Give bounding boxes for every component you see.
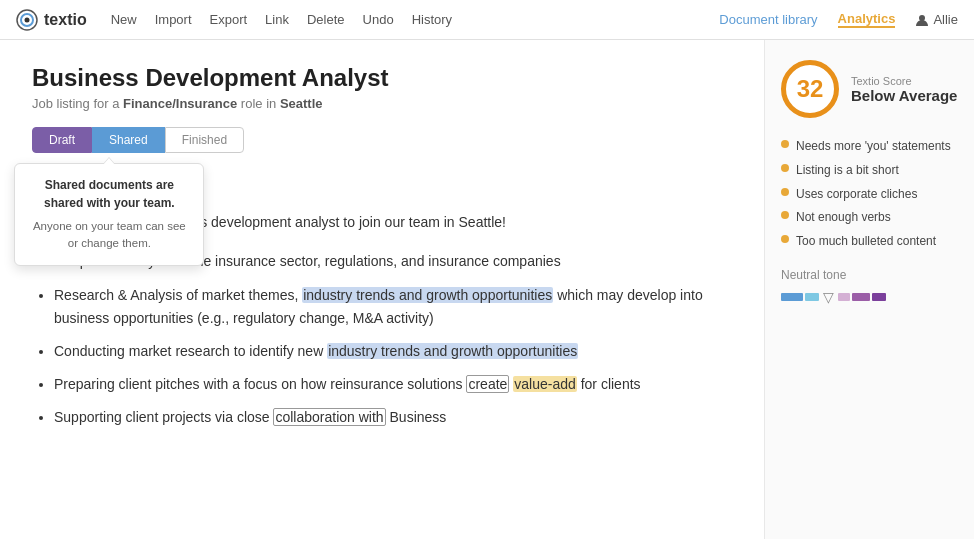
navbar: textio New Import Export Link Delete Und… [0, 0, 974, 40]
subtitle-prefix: Job listing [32, 96, 90, 111]
bullet-2: Research & Analysis of market themes, in… [54, 284, 732, 330]
issue-dot-2 [781, 164, 789, 172]
highlight-industry-1: industry trends and growth opportunities [302, 287, 553, 303]
highlight-industry-2: industry trends and growth opportunities [327, 343, 578, 359]
bullet-4: Preparing client pitches with a focus on… [54, 373, 732, 396]
issue-dot-1 [781, 140, 789, 148]
issue-text-1: Needs more 'you' statements [796, 138, 951, 155]
bullet-list: Deep-dive analysis of the insurance sect… [32, 250, 732, 429]
logo[interactable]: textio [16, 9, 87, 31]
subtitle-for: for a [93, 96, 123, 111]
user-name: Allie [933, 12, 958, 27]
issue-text-5: Too much bulleted content [796, 233, 936, 250]
issue-text-4: Not enough verbs [796, 209, 891, 226]
score-info: Textio Score Below Average [851, 75, 957, 104]
nav-delete[interactable]: Delete [307, 12, 345, 27]
user-icon [915, 13, 929, 27]
tone-seg-5 [872, 293, 886, 301]
issue-3: Uses corporate cliches [781, 186, 958, 203]
stage-tabs: Draft Shared Shared documents are shared… [32, 127, 732, 153]
nav-right: Document library Analytics Allie [719, 11, 958, 28]
nav-undo[interactable]: Undo [363, 12, 394, 27]
nav-export[interactable]: Export [210, 12, 248, 27]
highlight-value-add: value-add [513, 376, 577, 392]
stage-shared[interactable]: Shared [92, 127, 165, 153]
underline-collaboration: collaboration with [273, 408, 385, 426]
tone-divider-icon: ▽ [823, 290, 834, 304]
analytics-link[interactable]: Analytics [838, 11, 896, 28]
issues-list: Needs more 'you' statements Listing is a… [781, 138, 958, 250]
subtitle-location: Seattle [280, 96, 323, 111]
nav-links: New Import Export Link Delete Undo Histo… [111, 12, 720, 27]
stage-draft[interactable]: Draft [32, 127, 92, 153]
subtitle-role: Finance/Insurance [123, 96, 237, 111]
score-status: Below Average [851, 87, 957, 104]
tooltip-title: Shared documents are shared with your te… [29, 176, 189, 212]
issue-dot-3 [781, 188, 789, 196]
svg-point-2 [25, 17, 30, 22]
nav-history[interactable]: History [412, 12, 452, 27]
bullet-3: Conducting market research to identify n… [54, 340, 732, 363]
sidebar: 32 Textio Score Below Average Needs more… [764, 40, 974, 539]
stage-finished[interactable]: Finished [165, 127, 244, 153]
score-label: Textio Score [851, 75, 957, 87]
nav-import[interactable]: Import [155, 12, 192, 27]
tone-seg-3 [838, 293, 850, 301]
content-area: Business Development Analyst Job listing… [0, 40, 764, 539]
tone-bar-left [781, 293, 819, 301]
underline-create: create [466, 375, 509, 393]
logo-text: textio [44, 11, 87, 29]
issue-dot-5 [781, 235, 789, 243]
issue-text-3: Uses corporate cliches [796, 186, 917, 203]
stage-tooltip: Shared documents are shared with your te… [14, 163, 204, 266]
stage-shared-wrapper: Shared Shared documents are shared with … [92, 127, 165, 153]
issue-4: Not enough verbs [781, 209, 958, 226]
logo-icon [16, 9, 38, 31]
doc-library-link[interactable]: Document library [719, 12, 817, 27]
doc-title: Business Development Analyst [32, 64, 732, 92]
score-value: 32 [797, 75, 824, 103]
tone-bar-right [838, 293, 886, 301]
tone-seg-2 [805, 293, 819, 301]
issue-2: Listing is a bit short [781, 162, 958, 179]
issue-1: Needs more 'you' statements [781, 138, 958, 155]
tone-seg-1 [781, 293, 803, 301]
bullet-5: Supporting client projects via close col… [54, 406, 732, 429]
nav-new[interactable]: New [111, 12, 137, 27]
tooltip-desc: Anyone on your team can see or change th… [29, 218, 189, 253]
score-circle: 32 [781, 60, 839, 118]
tone-bar: ▽ [781, 290, 958, 304]
score-section: 32 Textio Score Below Average [781, 60, 958, 118]
tone-seg-4 [852, 293, 870, 301]
issue-5: Too much bulleted content [781, 233, 958, 250]
doc-subtitle: Job listing for a Finance/Insurance role… [32, 96, 732, 111]
issue-text-2: Listing is a bit short [796, 162, 899, 179]
subtitle-role-suffix: role in [241, 96, 280, 111]
main-container: Business Development Analyst Job listing… [0, 40, 974, 539]
tone-label: Neutral tone [781, 268, 958, 282]
user-menu[interactable]: Allie [915, 12, 958, 27]
issue-dot-4 [781, 211, 789, 219]
nav-link[interactable]: Link [265, 12, 289, 27]
